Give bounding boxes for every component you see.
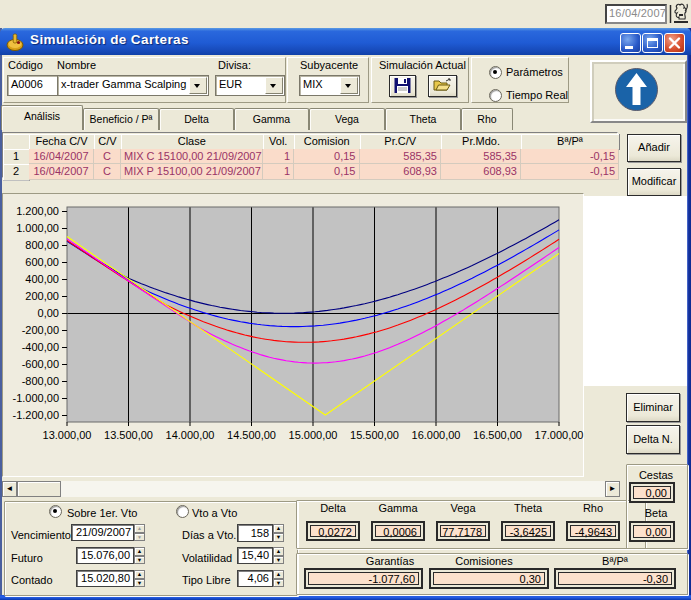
svg-text:1.200,00: 1.200,00	[16, 205, 59, 217]
svg-text:13.500,00: 13.500,00	[104, 429, 153, 441]
svg-text:-600,00: -600,00	[22, 358, 59, 370]
svg-text:-400,00: -400,00	[22, 341, 59, 353]
svg-text:14.000,00: 14.000,00	[166, 429, 215, 441]
svg-text:13.000,00: 13.000,00	[43, 429, 92, 441]
svg-text:1.000,00: 1.000,00	[16, 222, 59, 234]
svg-text:16.000,00: 16.000,00	[412, 429, 461, 441]
svg-text:16.500,00: 16.500,00	[473, 429, 522, 441]
svg-text:-800,00: -800,00	[22, 375, 59, 387]
svg-text:600,00: 600,00	[25, 256, 59, 268]
svg-text:400,00: 400,00	[25, 273, 59, 285]
svg-text:-1.000,00: -1.000,00	[13, 392, 59, 404]
svg-text:0,00: 0,00	[38, 307, 59, 319]
svg-text:14.500,00: 14.500,00	[227, 429, 276, 441]
svg-text:15.000,00: 15.000,00	[289, 429, 338, 441]
svg-text:17.000,00: 17.000,00	[535, 429, 584, 441]
svg-text:800,00: 800,00	[25, 239, 59, 251]
svg-text:-1.200,00: -1.200,00	[13, 409, 59, 421]
svg-text:200,00: 200,00	[25, 290, 59, 302]
svg-text:-200,00: -200,00	[22, 324, 59, 336]
svg-text:15.500,00: 15.500,00	[350, 429, 399, 441]
